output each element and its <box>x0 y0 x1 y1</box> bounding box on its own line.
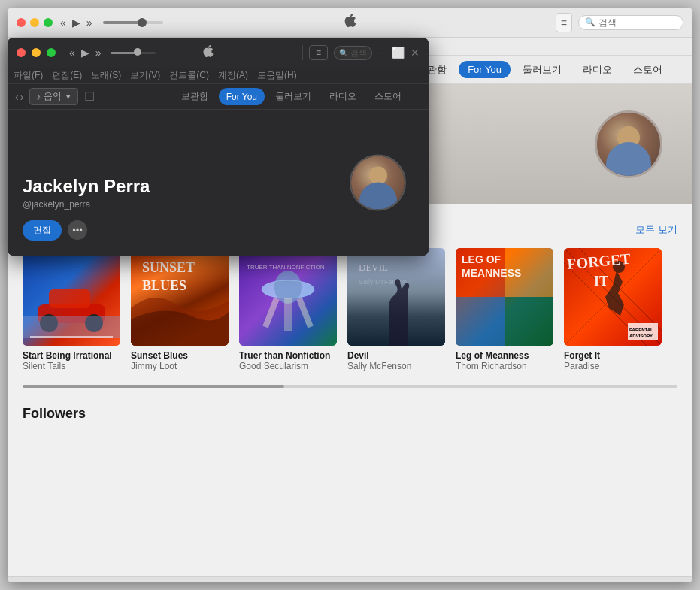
album-title: Start Being Irrational <box>23 350 120 361</box>
list-item[interactable]: DEVIL Sally McFenson Devil Sally McFenso… <box>347 248 445 371</box>
nav-tabs: 보관함 For You 둘러보기 라디오 스토어 <box>408 60 671 80</box>
minimize-button[interactable] <box>30 18 39 27</box>
overlay-menu-controls[interactable]: 컨트롤(C) <box>169 69 209 82</box>
transport-controls: « ▶ » <box>60 17 163 29</box>
list-item[interactable]: SUNSET BLUES Sunset Blues Jimmy Loot <box>131 248 229 371</box>
title-bar-right: ≡ 🔍 <box>556 13 683 32</box>
overlay-tab-browse[interactable]: 둘러보기 <box>268 88 319 105</box>
album-title: Truer than Nonfiction <box>239 350 337 361</box>
album-artist: Thom Richardson <box>456 361 553 371</box>
overlay-tab-library[interactable]: 보관함 <box>174 88 216 105</box>
overlay-menu-view[interactable]: 보기(V) <box>130 69 160 82</box>
close-button[interactable] <box>17 18 26 27</box>
album-art-6: PARENTAL ADVISORY FORGET IT <box>564 248 662 346</box>
svg-text:BLUES: BLUES <box>142 278 186 293</box>
list-icon[interactable]: ≡ <box>556 13 572 32</box>
overlay-menu-song[interactable]: 노래(S) <box>91 69 121 82</box>
album-artist: Good Secularism <box>239 361 337 371</box>
overlay-close-button[interactable] <box>17 48 26 57</box>
svg-text:SUNSET: SUNSET <box>142 260 195 275</box>
tab-for-you[interactable]: For You <box>459 61 511 78</box>
overlay-window: « ▶ » ≡ 🔍 검색 ─ ⬜ ✕ 파일(F) 편집(E) 노래(S) <box>8 38 429 256</box>
album-art-2: SUNSET BLUES <box>131 248 229 346</box>
see-all-link[interactable]: 모두 보기 <box>635 223 677 237</box>
forward-button[interactable]: » <box>86 17 92 29</box>
overlay-menu-account[interactable]: 계정(A) <box>218 69 248 82</box>
album-title: Devil <box>347 350 445 361</box>
album-art-1 <box>23 248 120 346</box>
avatar <box>595 110 662 178</box>
search-box: 🔍 <box>578 15 683 30</box>
overlay-tab-foryou[interactable]: For You <box>219 88 265 105</box>
album-art-4: DEVIL Sally McFenson <box>347 248 445 346</box>
svg-rect-21 <box>505 297 553 346</box>
maximize-button[interactable] <box>44 18 53 27</box>
album-artist: Silent Tails <box>23 361 120 371</box>
svg-text:ADVISORY: ADVISORY <box>629 334 653 338</box>
svg-text:PARENTAL: PARENTAL <box>629 328 653 332</box>
horizontal-scrollbar[interactable] <box>23 385 677 388</box>
rewind-button[interactable]: « <box>60 17 66 29</box>
overlay-tab-store[interactable]: 스토어 <box>367 88 409 105</box>
overlay-tab-radio[interactable]: 라디오 <box>322 88 364 105</box>
play-button[interactable]: ▶ <box>72 17 80 29</box>
album-artist: Sally McFenson <box>347 361 445 371</box>
list-item[interactable]: Start Being Irrational Silent Tails <box>23 248 120 371</box>
followers-section-title: Followers <box>8 394 692 428</box>
list-item[interactable]: LEG OF MEANNESS Leg of Meanness Thom Ric… <box>456 248 553 371</box>
overlay-max-button[interactable] <box>47 48 56 57</box>
list-item[interactable]: PARENTAL ADVISORY FORGET IT Forget It Pa… <box>564 248 662 371</box>
volume-thumb <box>138 18 147 27</box>
window-controls <box>17 18 53 27</box>
overlay-profile-handle: @jackelyn_perra <box>23 199 150 210</box>
search-input[interactable] <box>598 17 681 28</box>
volume-slider[interactable] <box>103 21 163 24</box>
apple-logo <box>344 14 357 31</box>
overlay-rewind-button[interactable]: « <box>69 47 75 59</box>
svg-rect-5 <box>23 316 120 338</box>
album-artist: Jimmy Loot <box>131 361 229 371</box>
svg-rect-20 <box>456 297 505 346</box>
album-title: Leg of Meanness <box>456 350 553 361</box>
album-art-3: TRUER THAN NONFICTION <box>239 248 337 346</box>
overlay-profile-name: Jackelyn Perra <box>23 176 150 197</box>
overlay-title-bar: « ▶ » ≡ 🔍 검색 ─ ⬜ ✕ <box>8 38 429 68</box>
overlay-fwd-button[interactable]: › <box>20 91 24 103</box>
tab-radio[interactable]: 라디오 <box>574 60 621 80</box>
tab-browse[interactable]: 둘러보기 <box>514 60 571 80</box>
window-bottom-bar <box>8 576 692 582</box>
overlay-edit-button[interactable]: 편집 <box>23 220 62 241</box>
tab-store[interactable]: 스토어 <box>624 60 671 80</box>
search-icon: 🔍 <box>585 17 595 27</box>
overlay-forward-button[interactable]: » <box>95 47 102 59</box>
overlay-min-button[interactable] <box>32 48 41 57</box>
album-grid: Start Being Irrational Silent Tails <box>23 248 677 371</box>
album-title: Sunset Blues <box>131 350 229 361</box>
overlay-menu-file[interactable]: 파일(F) <box>14 69 43 82</box>
horizontal-scroll-thumb <box>23 385 284 388</box>
title-bar: « ▶ » ≡ 🔍 <box>8 8 692 38</box>
svg-text:LEG OF: LEG OF <box>462 253 502 265</box>
album-art-5: LEG OF MEANNESS <box>456 248 553 346</box>
album-artist: Paradise <box>564 361 662 371</box>
svg-text:DEVIL: DEVIL <box>359 262 388 273</box>
svg-rect-2 <box>49 289 90 308</box>
svg-text:TRUER THAN NONFICTION: TRUER THAN NONFICTION <box>247 264 325 271</box>
overlay-play-button[interactable]: ▶ <box>81 47 89 59</box>
album-title: Forget It <box>564 350 662 361</box>
overlay-menu-help[interactable]: 도움말(H) <box>257 69 297 82</box>
svg-text:IT: IT <box>594 274 608 289</box>
overlay-back-button[interactable]: ‹ <box>15 91 19 103</box>
overlay-more-button[interactable]: ••• <box>68 220 87 240</box>
overlay-menu-edit[interactable]: 편집(E) <box>52 69 82 82</box>
svg-text:MEANNESS: MEANNESS <box>462 267 521 279</box>
list-item[interactable]: TRUER THAN NONFICTION Truer than Nonfict… <box>239 248 337 371</box>
